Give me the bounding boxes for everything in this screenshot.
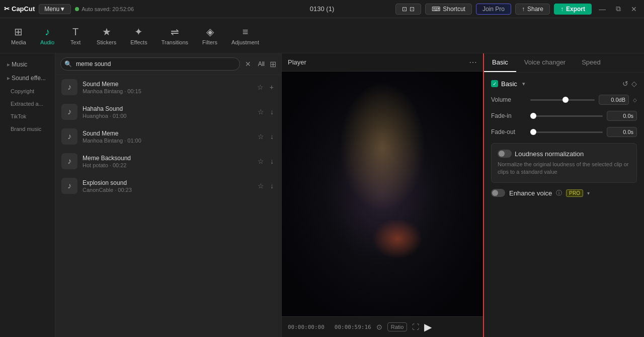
- search-input-wrap: 🔍: [60, 57, 240, 71]
- loudness-description: Normalize the original loudness of the s…: [498, 161, 630, 176]
- sound-icon: ♪: [61, 79, 77, 95]
- ratio-button[interactable]: Ratio: [387, 322, 408, 331]
- basic-enabled-check[interactable]: ✓: [491, 80, 498, 87]
- download-button[interactable]: ↓: [269, 131, 275, 142]
- fade-in-slider[interactable]: [530, 115, 603, 117]
- fade-out-thumb[interactable]: [530, 129, 536, 135]
- enhance-expand-icon[interactable]: ▾: [587, 190, 590, 196]
- tab-voice-changer[interactable]: Voice changer: [516, 53, 574, 72]
- tool-text[interactable]: TText: [62, 23, 89, 48]
- filter-button[interactable]: ⊞: [270, 59, 276, 69]
- app-logo: ✂ CapCut: [4, 5, 35, 13]
- search-input[interactable]: [60, 57, 240, 71]
- download-button[interactable]: ↓: [269, 106, 275, 117]
- player-title: Player: [288, 58, 306, 66]
- filters-icon: ◈: [206, 26, 214, 38]
- sound-list-item[interactable]: ♪ Hahaha Sound Huanghoa · 01:00 ☆ ↓: [55, 100, 281, 124]
- enhance-voice-row: Enhance voice ⓘ PRO ▾: [491, 189, 637, 197]
- sound-actions: ☆ ↓: [256, 131, 275, 142]
- basic-expand[interactable]: ▾: [522, 81, 525, 87]
- screenshot-button[interactable]: ⊙: [376, 323, 382, 331]
- player-menu-button[interactable]: ⋯: [469, 57, 477, 67]
- transitions-icon: ⇌: [171, 26, 179, 38]
- restore-button[interactable]: ⧉: [613, 4, 624, 14]
- favorite-button[interactable]: ☆: [256, 180, 266, 191]
- sound-name: Hahaha Sound: [83, 105, 251, 112]
- main-toolbar: ⊞Media♪AudioTText★Stickers✦Effects⇌Trans…: [0, 18, 644, 53]
- volume-row: Volume 0.0dB ◇: [491, 95, 637, 105]
- stickers-icon: ★: [102, 26, 111, 38]
- sidebar-item-brand-music[interactable]: Brand music: [2, 123, 53, 135]
- loudness-toggle[interactable]: [498, 150, 512, 158]
- corridor-visual: [282, 72, 483, 316]
- tool-transitions[interactable]: ⇌Transitions: [155, 23, 194, 48]
- volume-slider[interactable]: [530, 99, 595, 101]
- tab-speed[interactable]: Speed: [574, 53, 609, 72]
- sound-info: Meme Backsound Hot potato · 00:22: [83, 155, 251, 168]
- fade-out-slider[interactable]: [530, 131, 603, 133]
- sound-info: Hahaha Sound Huanghoa · 01:00: [83, 105, 251, 119]
- sound-actions: ☆ ↓: [256, 180, 275, 191]
- text-label: Text: [70, 39, 80, 45]
- search-clear-button[interactable]: ✕: [243, 59, 253, 69]
- play-button[interactable]: ▶: [424, 321, 432, 333]
- sidebar-item-music[interactable]: ▸Music: [2, 58, 53, 71]
- join-pro-button[interactable]: Join Pro: [476, 4, 511, 15]
- fade-in-thumb[interactable]: [530, 113, 536, 119]
- menu-button[interactable]: Menu▼: [39, 4, 71, 14]
- top-bar: ✂ CapCut Menu▼ Auto saved: 20:52:06 0130…: [0, 0, 644, 18]
- enhance-toggle[interactable]: [491, 189, 505, 197]
- sound-list-item[interactable]: ♪ Sound Meme Manhoa Bintang · 00:15 ☆ +: [55, 75, 281, 100]
- sound-meta: Manhoa Bintang · 01:00: [83, 138, 251, 144]
- share-button[interactable]: ↑ Share: [515, 4, 550, 15]
- autosave-indicator: Auto saved: 20:52:06: [75, 6, 134, 12]
- volume-slider-wrap: [530, 99, 595, 101]
- sidebar-item-copyright[interactable]: Copyright: [2, 85, 53, 97]
- shortcut-button[interactable]: ⌨ Shortcut: [425, 4, 472, 15]
- screen-layout-button[interactable]: ⊡ ⊡: [395, 4, 421, 15]
- sound-actions: ☆ ↓: [256, 106, 275, 117]
- download-button[interactable]: ↓: [269, 156, 275, 167]
- sound-name: Sound Meme: [83, 130, 251, 137]
- fade-in-slider-wrap: [530, 115, 603, 117]
- sound-list-item[interactable]: ♪ Sound Meme Manhoa Bintang · 01:00 ☆ ↓: [55, 124, 281, 149]
- tool-filters[interactable]: ◈Filters: [196, 23, 223, 48]
- tool-stickers[interactable]: ★Stickers: [91, 23, 122, 48]
- fade-out-row: Fade-out 0.0s: [491, 127, 637, 137]
- download-button[interactable]: ↓: [269, 180, 275, 191]
- sound-actions: ☆ +: [256, 82, 275, 93]
- tool-effects[interactable]: ✦Effects: [124, 23, 153, 48]
- sidebar-item-sound-effects[interactable]: ▸Sound effe...: [2, 72, 53, 85]
- tool-adjustment[interactable]: ≡Adjustment: [225, 23, 265, 48]
- sound-panel: 🔍 ✕ All ⊞ ♪ Sound Meme Manhoa Bintang · …: [55, 53, 282, 337]
- favorite-button[interactable]: ☆: [256, 106, 266, 117]
- minimize-button[interactable]: —: [596, 4, 609, 14]
- favorite-button[interactable]: ☆: [256, 131, 266, 142]
- add-button[interactable]: +: [268, 82, 275, 93]
- close-button[interactable]: ✕: [628, 4, 640, 14]
- effects-icon: ✦: [134, 26, 143, 38]
- favorite-button[interactable]: ☆: [256, 82, 265, 93]
- sound-info: Sound Meme Manhoa Bintang · 00:15: [83, 81, 251, 94]
- fade-out-slider-wrap: [530, 131, 603, 133]
- sidebar-item-tiktok[interactable]: TikTok: [2, 110, 53, 122]
- tool-audio[interactable]: ♪Audio: [34, 23, 60, 48]
- sound-list-item[interactable]: ♪ Meme Backsound Hot potato · 00:22 ☆ ↓: [55, 149, 281, 174]
- sound-list-item[interactable]: ♪ Explosion sound CanonCable · 00:23 ☆ ↓: [55, 174, 281, 198]
- main-content: ▸Music▸Sound effe...CopyrightExtracted a…: [0, 53, 644, 337]
- basic-section-header: ✓ Basic ▾ ↺ ◇: [491, 80, 637, 88]
- time-total: 00:00:59:16: [335, 324, 371, 330]
- enhance-info-icon[interactable]: ⓘ: [556, 189, 562, 197]
- reset-button[interactable]: ↺: [622, 80, 628, 88]
- sidebar-item-extracted[interactable]: Extracted a...: [2, 98, 53, 110]
- panel-content: ✓ Basic ▾ ↺ ◇ Volume 0.0dB ◇ F: [484, 73, 644, 337]
- fullscreen-button[interactable]: ⛶: [412, 323, 419, 331]
- sound-meta: CanonCable · 00:23: [83, 187, 251, 193]
- volume-keyframe[interactable]: ◇: [633, 97, 637, 103]
- export-button[interactable]: ↑ Export: [554, 4, 592, 15]
- diamond-icon[interactable]: ◇: [631, 80, 637, 88]
- volume-thumb[interactable]: [562, 97, 569, 103]
- favorite-button[interactable]: ☆: [256, 156, 266, 167]
- tool-media[interactable]: ⊞Media: [5, 23, 32, 48]
- tab-basic[interactable]: Basic: [484, 53, 516, 72]
